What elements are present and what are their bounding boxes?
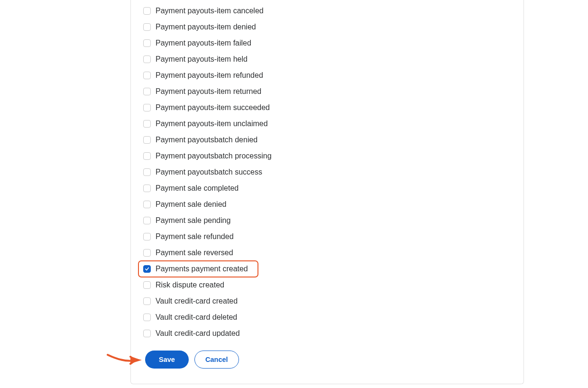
- event-checkbox[interactable]: [143, 168, 151, 176]
- cancel-button[interactable]: Cancel: [194, 351, 239, 369]
- webhook-event-list: Payment payouts-item canceledPayment pay…: [131, 3, 524, 342]
- event-row: Payment payoutsbatch processing: [143, 148, 514, 164]
- event-row: Payment sale completed: [143, 180, 514, 196]
- event-row: Payment sale reversed: [143, 245, 514, 261]
- save-button[interactable]: Save: [145, 351, 189, 369]
- event-checkbox[interactable]: [143, 23, 151, 31]
- event-label[interactable]: Payment sale pending: [156, 215, 230, 226]
- event-checkbox[interactable]: [143, 39, 151, 47]
- event-row: Payment payoutsbatch success: [143, 164, 514, 180]
- event-label[interactable]: Payments payment created: [156, 264, 248, 274]
- event-label[interactable]: Payment sale reversed: [156, 248, 233, 258]
- event-checkbox[interactable]: [143, 136, 151, 144]
- event-row: Payment payouts-item succeeded: [143, 100, 514, 116]
- event-checkbox[interactable]: [143, 314, 151, 321]
- event-checkbox[interactable]: [143, 152, 151, 160]
- event-label[interactable]: Payment payouts-item returned: [156, 86, 261, 97]
- event-row: Payment payouts-item held: [143, 51, 514, 67]
- event-label[interactable]: Risk dispute created: [156, 280, 224, 290]
- event-checkbox[interactable]: [143, 249, 151, 257]
- event-label[interactable]: Payment payoutsbatch success: [156, 167, 262, 177]
- event-checkbox[interactable]: [143, 55, 151, 63]
- event-checkbox[interactable]: [143, 104, 151, 111]
- event-checkbox[interactable]: [143, 185, 151, 192]
- event-label[interactable]: Payment sale completed: [156, 183, 239, 194]
- event-checkbox[interactable]: [143, 281, 151, 289]
- button-row: Save Cancel: [145, 351, 239, 369]
- event-row: Vault credit-card created: [143, 293, 514, 309]
- event-row: Payment sale denied: [143, 196, 514, 212]
- event-row: Payment payoutsbatch denied: [143, 132, 514, 148]
- event-label[interactable]: Payment payouts-item failed: [156, 38, 251, 48]
- event-checkbox[interactable]: [143, 201, 151, 208]
- webhook-events-panel: Payment payouts-item canceledPayment pay…: [130, 0, 524, 384]
- event-row: Payment sale pending: [143, 212, 514, 229]
- event-label[interactable]: Payment payoutsbatch denied: [156, 135, 257, 145]
- event-label[interactable]: Vault credit-card updated: [156, 328, 240, 339]
- event-label[interactable]: Vault credit-card created: [156, 296, 238, 306]
- event-row: Payment payouts-item denied: [143, 19, 514, 35]
- event-checkbox[interactable]: [143, 88, 151, 95]
- event-row: Vault credit-card deleted: [143, 309, 514, 325]
- event-row: Payment payouts-item canceled: [143, 3, 514, 19]
- event-row: Payment payouts-item failed: [143, 35, 514, 51]
- event-label[interactable]: Payment payouts-item held: [156, 54, 248, 65]
- event-checkbox[interactable]: [143, 217, 151, 224]
- event-row: Payment sale refunded: [143, 229, 514, 245]
- event-label[interactable]: Vault credit-card deleted: [156, 312, 237, 323]
- event-row: Risk dispute created: [143, 277, 514, 293]
- event-label[interactable]: Payment payouts-item canceled: [156, 6, 264, 16]
- event-label[interactable]: Payment sale denied: [156, 199, 226, 210]
- event-row: Vault credit-card updated: [143, 325, 514, 342]
- event-checkbox[interactable]: [143, 233, 151, 240]
- event-row: Payment payouts-item refunded: [143, 67, 514, 83]
- event-row: Payment payouts-item returned: [143, 83, 514, 100]
- event-row: Payment payouts-item unclaimed: [143, 116, 514, 132]
- event-checkbox[interactable]: [143, 72, 151, 79]
- event-checkbox[interactable]: [143, 330, 151, 337]
- event-label[interactable]: Payment payouts-item succeeded: [156, 102, 270, 113]
- event-label[interactable]: Payment sale refunded: [156, 231, 234, 242]
- event-label[interactable]: Payment payouts-item unclaimed: [156, 119, 268, 129]
- event-checkbox[interactable]: [143, 7, 151, 15]
- event-row: Payments payment created: [138, 261, 258, 277]
- event-checkbox[interactable]: [143, 297, 151, 305]
- event-label[interactable]: Payment payouts-item denied: [156, 22, 256, 32]
- event-checkbox[interactable]: [143, 120, 151, 128]
- event-checkbox[interactable]: [143, 265, 151, 273]
- event-label[interactable]: Payment payoutsbatch processing: [156, 151, 272, 161]
- event-label[interactable]: Payment payouts-item refunded: [156, 70, 263, 81]
